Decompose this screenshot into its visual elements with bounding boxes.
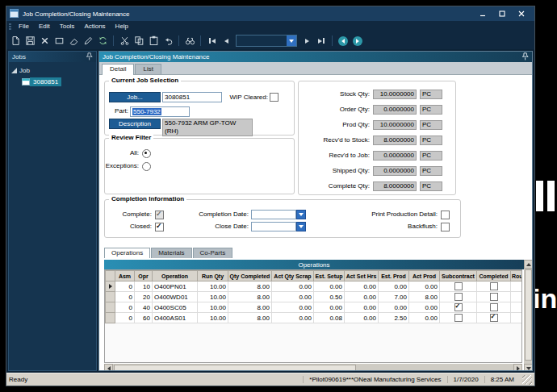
cell-act-qty-scrap[interactable]: 0.00 (272, 281, 314, 292)
cell-opr[interactable]: 20 (135, 292, 153, 302)
resize-grip[interactable] (522, 375, 532, 385)
cell-act-set-hrs[interactable]: 0.00 (345, 281, 379, 292)
vertical-scroll-thumb[interactable] (525, 269, 532, 361)
cell-est-prod[interactable]: 0.00 (379, 302, 409, 313)
nav-next-button[interactable] (300, 34, 313, 48)
cell-operation[interactable]: O400WD01 (153, 292, 198, 302)
cell-subcontract[interactable] (440, 313, 477, 323)
horizontal-scroll-thumb[interactable] (114, 365, 356, 370)
cell-subcontract[interactable] (440, 302, 477, 313)
menu-tools[interactable]: Tools (55, 21, 80, 32)
description-field[interactable]: 550-7932 ARM GP-TOW (RH) (162, 119, 253, 136)
menu-file[interactable]: File (14, 21, 34, 32)
vertical-scrollbar[interactable] (524, 260, 532, 370)
table-row[interactable]: 0 40 O400SC05 10.00 8.00 0.00 0.00 0.00 … (106, 302, 522, 313)
titlebar[interactable]: Job Completion/Closing Maintenance (6, 6, 534, 21)
cell-completed[interactable] (477, 292, 511, 302)
nav-previous-button[interactable] (220, 34, 232, 48)
row-selector[interactable] (106, 292, 115, 302)
tab-list[interactable]: List (135, 64, 161, 74)
tree-job-label[interactable]: 3080851 (30, 77, 61, 86)
cell-act-prod[interactable]: 0.00 (409, 302, 440, 313)
cell-rou[interactable] (511, 313, 522, 323)
cell-operation[interactable]: O400AS01 (153, 313, 198, 323)
scroll-right-icon[interactable] (513, 364, 522, 370)
cell-operation[interactable]: O400SC05 (153, 302, 198, 313)
cell-qty-completed[interactable]: 8.00 (228, 302, 272, 313)
cell-rou[interactable] (511, 302, 522, 313)
combobox-dropdown-icon[interactable] (287, 35, 296, 46)
cell-est-setup[interactable]: 0.08 (314, 313, 345, 323)
cell-qty-completed[interactable]: 8.00 (228, 313, 272, 323)
cell-act-set-hrs[interactable]: 0.00 (345, 292, 379, 302)
cell-run-qty[interactable]: 10.00 (198, 292, 228, 302)
cell-operation[interactable]: O400PN01 (153, 281, 198, 292)
paste-icon[interactable] (147, 34, 160, 48)
part-input[interactable]: 550-7932 (130, 106, 190, 117)
cell-act-qty-scrap[interactable]: 0.00 (272, 302, 314, 313)
edit-pencil-icon[interactable] (82, 34, 94, 48)
delete-icon[interactable] (38, 34, 51, 48)
close-button[interactable] (512, 8, 531, 19)
cell-run-qty[interactable]: 10.00 (198, 313, 228, 323)
tab-co-parts[interactable]: Co-Parts (193, 248, 233, 258)
cell-completed[interactable] (477, 281, 511, 292)
job-button[interactable]: Job... (109, 92, 161, 102)
cell-est-setup[interactable]: 0.50 (314, 292, 345, 302)
tab-materials[interactable]: Materials (151, 248, 191, 258)
nav-last-button[interactable] (315, 34, 328, 48)
tree-node-job[interactable]: Job (10, 65, 94, 75)
cell-run-qty[interactable]: 10.00 (198, 302, 228, 313)
undo-icon[interactable] (161, 34, 174, 48)
record-selector-combobox[interactable] (236, 35, 297, 47)
cell-act-set-hrs[interactable]: 0.00 (345, 302, 379, 313)
clear-icon[interactable] (52, 34, 65, 48)
cell-qty-completed[interactable]: 8.00 (228, 281, 272, 292)
pin-icon[interactable] (521, 52, 529, 62)
all-radio[interactable] (142, 149, 151, 158)
expander-icon[interactable] (10, 67, 18, 74)
table-row[interactable]: 0 20 O400WD01 10.00 8.00 0.00 0.50 0.00 … (106, 292, 522, 302)
cell-asm[interactable]: 0 (115, 302, 135, 313)
eraser-icon[interactable] (67, 34, 80, 48)
table-row[interactable]: 0 10 O400PN01 10.00 8.00 0.00 0.00 0.00 … (106, 281, 522, 292)
horizontal-scroll-track[interactable] (113, 364, 513, 370)
cell-act-set-hrs[interactable]: 0.00 (345, 313, 379, 323)
menu-actions[interactable]: Actions (79, 21, 110, 32)
find-binoculars-icon[interactable] (183, 34, 196, 48)
new-document-icon[interactable] (9, 34, 22, 48)
closed-checkbox[interactable] (155, 223, 164, 231)
table-row[interactable]: 0 60 O400AS01 10.00 8.00 0.00 0.08 0.00 … (106, 313, 522, 323)
cell-asm[interactable]: 0 (115, 313, 135, 323)
dropdown-arrow-icon[interactable] (296, 222, 306, 231)
cell-est-setup[interactable]: 0.00 (314, 281, 345, 292)
backflush-checkbox[interactable] (441, 223, 450, 231)
cell-act-qty-scrap[interactable]: 0.00 (272, 313, 314, 323)
cell-est-prod[interactable]: 7.00 (379, 292, 409, 302)
dropdown-arrow-icon[interactable] (296, 210, 306, 219)
wip-cleared-checkbox[interactable] (270, 93, 278, 102)
cell-completed[interactable] (477, 313, 511, 323)
row-selector[interactable] (106, 302, 115, 313)
cell-qty-completed[interactable]: 8.00 (228, 292, 272, 302)
completion-date-dropdown[interactable] (251, 210, 306, 219)
save-icon[interactable] (23, 34, 36, 48)
cell-run-qty[interactable]: 10.00 (198, 281, 228, 292)
row-selector[interactable] (106, 313, 115, 323)
menu-help[interactable]: Help (111, 21, 133, 32)
cell-rou[interactable] (511, 292, 522, 302)
tree-root-label[interactable]: Job (18, 67, 31, 74)
cell-act-prod[interactable]: 0.00 (409, 313, 440, 323)
cell-act-qty-scrap[interactable]: 0.00 (272, 292, 314, 302)
complete-checkbox[interactable] (155, 211, 164, 219)
horizontal-scrollbar[interactable] (104, 364, 522, 370)
job-number-input[interactable]: 3080851 (162, 92, 222, 102)
forward-circle-icon[interactable] (351, 34, 364, 48)
cell-opr[interactable]: 60 (135, 313, 153, 323)
pin-icon[interactable] (86, 52, 93, 62)
cell-subcontract[interactable] (440, 281, 477, 292)
tab-operations[interactable]: Operations (104, 248, 150, 258)
cell-completed[interactable] (477, 302, 511, 313)
vertical-scroll-track[interactable] (524, 269, 532, 364)
cell-act-prod[interactable]: 8.00 (409, 292, 440, 302)
